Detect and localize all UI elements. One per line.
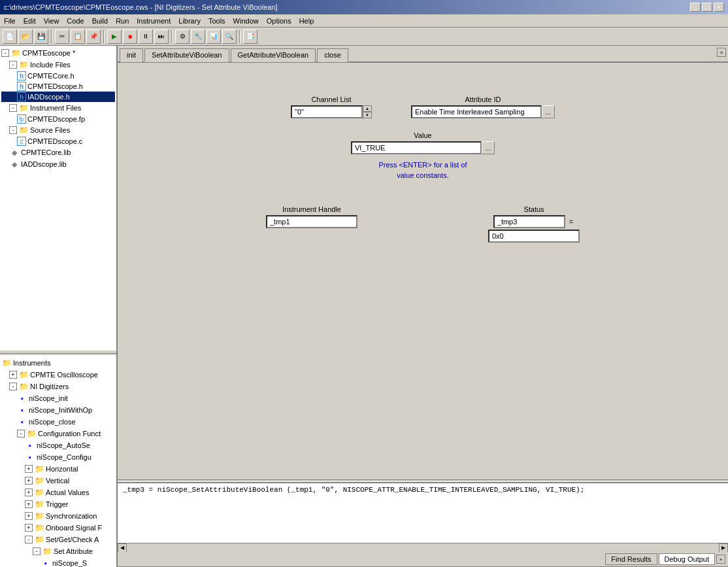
setget-expand[interactable]: - <box>25 536 33 543</box>
menu-help[interactable]: Help <box>295 16 318 26</box>
toolbar-cut[interactable]: ✂ <box>55 29 69 44</box>
tab-debug-output[interactable]: Debug Output <box>659 553 716 565</box>
tree-cpmtedscope-fp[interactable]: fp CPMTEDscope.fp <box>1 114 115 124</box>
menu-file[interactable]: File <box>0 16 20 26</box>
tab-init[interactable]: init <box>120 48 143 62</box>
tab-setattr[interactable]: SetAttributeViBoolean <box>144 48 229 62</box>
tree-niscope-configu[interactable]: ▪ niScope_Configu <box>1 451 115 463</box>
toolbar-b2[interactable]: 🔧 <box>191 29 205 44</box>
toolbar-b5[interactable]: 📑 <box>243 29 257 44</box>
status-tmp3-input[interactable] <box>493 215 565 228</box>
func-label-s1: niScope_S <box>52 559 87 567</box>
tree-trigger[interactable]: + 📁 Trigger <box>1 498 115 510</box>
value-browse-button[interactable]: ... <box>482 141 495 154</box>
attr-id-input[interactable] <box>411 105 542 118</box>
menu-view[interactable]: View <box>40 16 63 26</box>
tree-cpmtedscope-h[interactable]: h CPMTEDscope.h <box>1 81 115 92</box>
tree-niscope-close[interactable]: ▪ niScope_close <box>1 416 115 428</box>
instr-expand[interactable]: - <box>9 104 17 112</box>
menu-tools[interactable]: Tools <box>205 16 229 26</box>
value-input[interactable] <box>351 141 482 154</box>
menu-run[interactable]: Run <box>112 16 133 26</box>
tree-cpmtecore-h[interactable]: h CPMTECore.h <box>1 71 115 81</box>
status-value-input[interactable] <box>488 230 580 243</box>
instr-handle-input[interactable] <box>266 215 357 228</box>
toolbar-new[interactable]: 📄 <box>3 29 17 44</box>
tab-getattr[interactable]: GetAttributeViBoolean <box>231 48 316 62</box>
spin-up[interactable]: ▲ <box>363 105 372 112</box>
tree-iaddscope-lib[interactable]: ◆ IADDscope.lib <box>1 158 115 170</box>
toolbar-pause[interactable]: ⏸ <box>139 29 153 44</box>
tree-synchronization[interactable]: + 📁 Synchronization <box>1 510 115 522</box>
minimize-button[interactable]: _ <box>690 3 701 12</box>
attr-browse-button[interactable]: ... <box>542 105 555 118</box>
setattr-expand[interactable]: - <box>33 547 41 555</box>
menu-instrument[interactable]: Instrument <box>133 16 174 26</box>
menu-options[interactable]: Options <box>263 16 295 26</box>
toolbar-open[interactable]: 📂 <box>18 29 33 44</box>
tree-niscope-s1[interactable]: ▪ niScope_S <box>1 557 115 567</box>
menu-code[interactable]: Code <box>63 16 88 26</box>
tree-iaddscope-h[interactable]: h IADDscope.h <box>1 92 115 102</box>
toolbar-copy[interactable]: 📋 <box>71 29 85 44</box>
trig-expand[interactable]: + <box>25 500 33 508</box>
tree-instrument-files[interactable]: - 📁 Instrument Files <box>1 102 115 114</box>
actual-expand[interactable]: + <box>25 489 33 496</box>
spin-down[interactable]: ▼ <box>363 112 372 118</box>
tree-cpmte-osc[interactable]: + 📁 CPMTE Oscilloscope <box>1 369 115 381</box>
tree-setget[interactable]: - 📁 Set/Get/Check A <box>1 534 115 545</box>
toolbar-run[interactable]: ▶ <box>107 29 122 44</box>
channel-list-input[interactable] <box>291 105 363 118</box>
onboard-expand[interactable]: + <box>25 524 33 532</box>
tree-instruments[interactable]: 📁 Instruments <box>1 357 115 369</box>
horiz-expand[interactable]: + <box>25 465 33 473</box>
toolbar-b3[interactable]: 📊 <box>207 29 221 44</box>
tree-cpmtecore-lib[interactable]: ◆ CPMTECore.lib <box>1 146 115 158</box>
attr-id-label: Attribute ID <box>465 95 501 103</box>
tree-set-attribute[interactable]: - 📁 Set Attribute <box>1 545 115 557</box>
menu-build[interactable]: Build <box>88 16 112 26</box>
tree-vertical[interactable]: + 📁 Vertical <box>1 475 115 487</box>
tree-niscope-init[interactable]: ▪ niScope_init <box>1 392 115 404</box>
panel-close-button[interactable]: × <box>717 48 726 57</box>
toolbar-paste[interactable]: 📌 <box>86 29 101 44</box>
tree-root[interactable]: - 📁 CPMTEoscope * <box>1 47 115 59</box>
scroll-left-btn[interactable]: ◀ <box>118 543 127 553</box>
tree-niscope-autose[interactable]: ▪ niScope_AutoSe <box>1 439 115 451</box>
toolbar-b4[interactable]: 🔍 <box>222 29 237 44</box>
close-button[interactable]: × <box>714 3 724 12</box>
menu-library[interactable]: Library <box>174 16 205 26</box>
tree-actual-values[interactable]: + 📁 Actual Values <box>1 487 115 498</box>
sync-expand[interactable]: + <box>25 512 33 520</box>
vert-expand[interactable]: + <box>25 477 33 485</box>
src-expand[interactable]: - <box>9 126 17 134</box>
code-hscroll[interactable]: ◀ ▶ <box>118 543 728 552</box>
tab-close[interactable]: close <box>317 48 348 62</box>
root-expand[interactable]: - <box>1 49 9 57</box>
tree-onboard-signal[interactable]: + 📁 Onboard Signal F <box>1 522 115 534</box>
config-expand[interactable]: - <box>17 430 25 438</box>
vert-label: Vertical <box>46 477 69 485</box>
include-expand[interactable]: - <box>9 61 17 69</box>
scroll-right-btn[interactable]: ▶ <box>719 543 728 553</box>
toolbar-b1[interactable]: ⚙ <box>175 29 190 44</box>
menu-edit[interactable]: Edit <box>20 16 40 26</box>
ni-expand[interactable]: - <box>9 383 17 390</box>
debug-close-button[interactable]: × <box>716 555 725 564</box>
cpmte-expand[interactable]: + <box>9 371 17 379</box>
tree-cpmtedscope-c[interactable]: c CPMTEDscope.c <box>1 136 115 146</box>
tree-niscope-initwith[interactable]: ▪ niScope_InitWithOp <box>1 404 115 416</box>
tree-config-funcs[interactable]: - 📁 Configuration Funct <box>1 428 115 439</box>
toolbar-stop[interactable]: ■ <box>123 29 137 44</box>
maximize-button[interactable]: □ <box>702 3 712 12</box>
toolbar-save[interactable]: 💾 <box>34 29 48 44</box>
menu-window[interactable]: Window <box>229 16 263 26</box>
sync-icon: 📁 <box>34 511 44 521</box>
tree-include-files[interactable]: - 📁 Include Files <box>1 59 115 71</box>
toolbar-step[interactable]: ⏭ <box>154 29 169 44</box>
tree-horizontal[interactable]: + 📁 Horizontal <box>1 463 115 475</box>
tree-ni-digitizers[interactable]: - 📁 NI Digitizers <box>1 381 115 392</box>
tree-source-files[interactable]: - 📁 Source Files <box>1 124 115 136</box>
tab-find-results[interactable]: Find Results <box>605 553 657 565</box>
tab-setattr-label: SetAttributeViBoolean <box>152 51 222 59</box>
